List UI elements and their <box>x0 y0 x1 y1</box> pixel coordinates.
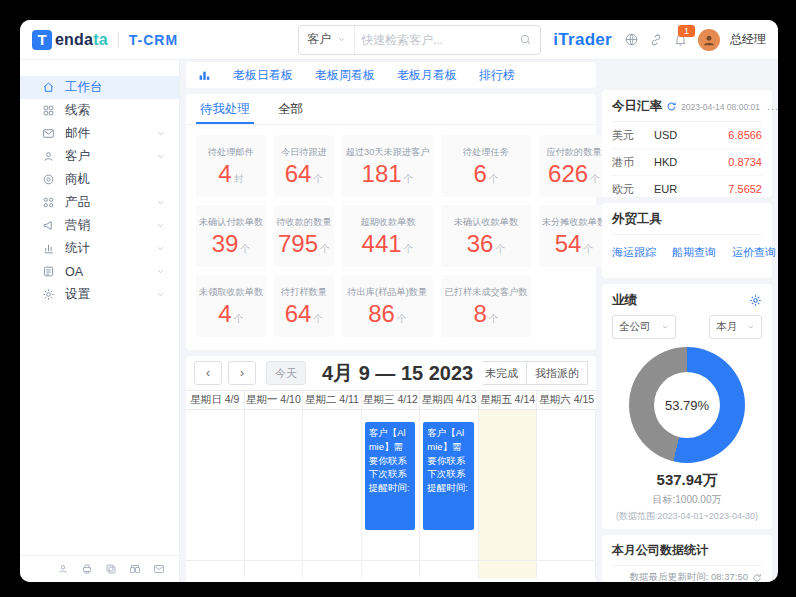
mail-icon[interactable] <box>153 563 165 575</box>
home-icon <box>42 81 55 94</box>
logo-text: endata <box>55 31 108 49</box>
sidebar-item-opportunities[interactable]: 商机 <box>20 168 179 191</box>
sidebar-item-label: 商机 <box>65 171 90 188</box>
stat-card[interactable]: 超期收款单数441个 <box>342 205 433 267</box>
calendar-prev-button[interactable]: ‹ <box>194 361 222 385</box>
refresh-icon[interactable] <box>752 573 762 583</box>
sidebar-item-mail[interactable]: 邮件 <box>20 122 179 145</box>
link-boss-daily[interactable]: 老板日看板 <box>233 67 293 84</box>
sidebar-item-statistics[interactable]: 统计 <box>20 237 179 260</box>
stat-card[interactable]: 未确认收款单数36个 <box>441 205 531 267</box>
sidebar-item-workbench[interactable]: 工作台 <box>20 76 179 99</box>
calendar-today-button[interactable]: 今天 <box>266 361 306 385</box>
more-menu-icon[interactable]: ... <box>767 104 778 110</box>
chevron-down-icon <box>156 198 165 207</box>
tab-pending-mine[interactable]: 待我处理 <box>200 94 250 124</box>
sidebar-item-settings[interactable]: 设置 <box>20 283 179 306</box>
copy-icon[interactable] <box>105 563 117 575</box>
global-search: 客户 <box>298 25 541 55</box>
link-sea-tracking[interactable]: 海运跟踪 <box>612 245 656 260</box>
stat-card[interactable]: 待出库(样品单)数量86个 <box>342 275 433 337</box>
day-header: 星期六 4/15 <box>537 391 596 409</box>
grid-icon <box>42 104 55 117</box>
bell-icon[interactable]: 1 <box>673 32 688 47</box>
dashboard-links-bar: 老板日看板 老板周看板 老板月看板 排行榜 <box>186 62 596 88</box>
product-name: T-CRM <box>129 32 178 48</box>
stat-card[interactable]: 待处理邮件4封 <box>196 135 266 197</box>
trade-tools-title: 外贸工具 <box>612 211 762 235</box>
rates-title: 今日汇率 <box>612 98 662 115</box>
day-cell-sat[interactable] <box>537 410 596 578</box>
view-unfinished-button[interactable]: 未完成 <box>483 361 527 385</box>
stat-card[interactable]: 待收款的数量795个 <box>274 205 334 267</box>
link-ranking[interactable]: 排行榜 <box>479 67 515 84</box>
batch-icon[interactable] <box>129 563 141 575</box>
calendar-view-buttons: 周 月 提醒 未完成 我指派的 <box>483 361 588 385</box>
link-freight-rate[interactable]: 运价查询 <box>732 245 776 260</box>
day-cell-tue[interactable] <box>303 410 362 578</box>
refresh-icon[interactable] <box>666 101 677 112</box>
user-role-label[interactable]: 总经理 <box>730 31 766 48</box>
link-boss-monthly[interactable]: 老板月看板 <box>397 67 457 84</box>
chevron-down-icon <box>156 221 165 230</box>
print-icon[interactable] <box>81 563 93 575</box>
chevron-down-icon <box>156 152 165 161</box>
exchange-rate-panel: 今日汇率 2023-04-14 08:00:01 ... 美元 USD 6.85… <box>602 90 772 197</box>
rate-row-hkd: 港币 HKD 0.8734 <box>612 149 762 176</box>
target-icon <box>42 173 55 186</box>
stat-card[interactable]: 应付款的数量626个 <box>539 135 609 197</box>
chevron-down-icon <box>156 129 165 138</box>
chevron-down-icon <box>337 35 346 44</box>
day-cell-thu[interactable]: 客户【Almie】需要你联系 下次联系提醒时间: <box>420 410 479 578</box>
search-category-select[interactable]: 客户 <box>299 26 355 54</box>
tab-all[interactable]: 全部 <box>278 94 303 124</box>
stat-card[interactable]: 待处理任务6个 <box>441 135 531 197</box>
period-select[interactable]: 本月 <box>709 315 762 339</box>
sidebar-item-customers[interactable]: 客户 <box>20 145 179 168</box>
sidebar-item-marketing[interactable]: 营销 <box>20 214 179 237</box>
sidebar-item-leads[interactable]: 线索 <box>20 99 179 122</box>
itrader-brand[interactable]: iTrader <box>551 30 614 50</box>
link-boss-weekly[interactable]: 老板周看板 <box>315 67 375 84</box>
stat-card[interactable]: 今日待跟进64个 <box>274 135 334 197</box>
day-cell-sun[interactable] <box>186 410 245 578</box>
sidebar: 工作台 线索 邮件 客户 商机 产品 营销 <box>20 60 180 582</box>
calendar-event[interactable]: 客户【Almie】需要你联系 下次联系提醒时间: <box>365 422 416 530</box>
stat-card[interactable]: 已打样未成交客户数8个 <box>441 275 531 337</box>
calendar-next-button[interactable]: › <box>228 361 256 385</box>
chart-icon <box>198 69 211 82</box>
gear-icon[interactable] <box>749 294 762 307</box>
calendar-grid: 客户【Almie】需要你联系 下次联系提醒时间: 客户【Almie】需要你联系 … <box>186 410 596 578</box>
avatar[interactable] <box>698 29 720 51</box>
stat-card[interactable]: 未确认付款单数39个 <box>196 205 266 267</box>
search-input[interactable] <box>355 33 517 47</box>
chevron-down-icon <box>156 267 165 276</box>
stat-card[interactable]: 未分摊收款单数54个 <box>539 205 609 267</box>
performance-target: 目标:1000.00万 <box>612 493 762 507</box>
divider <box>118 32 119 48</box>
scope-select[interactable]: 全公司 <box>612 315 676 339</box>
calendar-day-headers: 星期日 4/9 星期一 4/10 星期二 4/11 星期三 4/12 星期四 4… <box>186 390 596 410</box>
stat-card[interactable]: 待打样数量64个 <box>274 275 334 337</box>
donut-percent-label: 53.79% <box>665 398 709 413</box>
day-cell-fri-today[interactable] <box>479 410 538 578</box>
contact-icon[interactable] <box>57 563 69 575</box>
calendar-event[interactable]: 客户【Almie】需要你联系 下次联系提醒时间: <box>423 422 474 530</box>
link-icon[interactable] <box>649 33 663 47</box>
stat-card[interactable]: 超过30天未跟进客户181个 <box>342 135 433 197</box>
day-cell-mon[interactable] <box>245 410 304 578</box>
day-header: 星期五 4/14 <box>479 391 538 409</box>
apps-icon <box>42 196 55 209</box>
view-assigned-button[interactable]: 我指派的 <box>526 361 588 385</box>
stat-card[interactable]: 未领取收款单数4个 <box>196 275 266 337</box>
link-shipping-schedule[interactable]: 船期查询 <box>672 245 716 260</box>
sidebar-item-oa[interactable]: OA <box>20 260 179 283</box>
sidebar-item-label: 统计 <box>65 240 90 257</box>
sidebar-item-products[interactable]: 产品 <box>20 191 179 214</box>
globe-icon[interactable] <box>624 32 639 47</box>
search-icon[interactable] <box>517 33 540 46</box>
main-content: 老板日看板 老板周看板 老板月看板 排行榜 待我处理 全部 待处理邮件4封 今日… <box>186 60 596 582</box>
trade-tools-panel: 外贸工具 海运跟踪 船期查询 运价查询 <box>602 203 772 278</box>
day-cell-wed[interactable]: 客户【Almie】需要你联系 下次联系提醒时间: <box>362 410 421 578</box>
tendata-logo[interactable]: T endata <box>32 30 108 50</box>
